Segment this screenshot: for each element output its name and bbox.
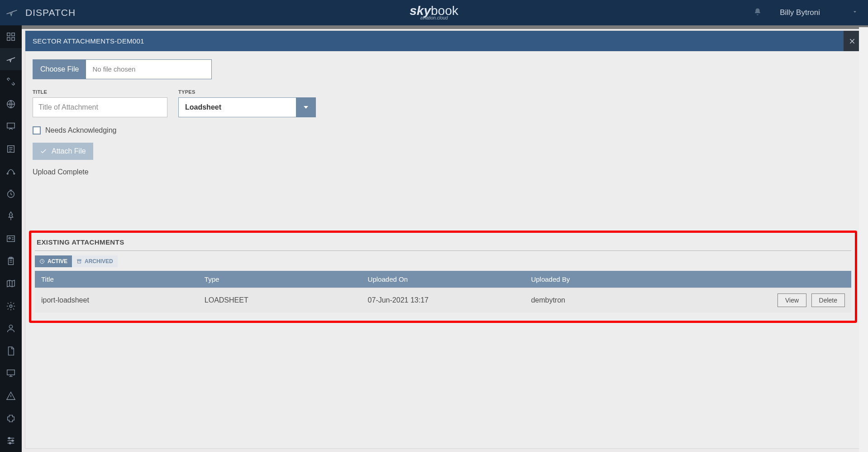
- sidebar-item-puzzle[interactable]: [0, 407, 22, 430]
- types-select-caret[interactable]: [296, 97, 316, 117]
- tab-archived[interactable]: ARCHIVED: [72, 255, 118, 267]
- chevron-down-icon: [852, 8, 858, 17]
- sidebar-item-tools[interactable]: [0, 70, 22, 93]
- archive-icon: [76, 259, 82, 264]
- field-row: TITLE TYPES Loadsheet: [33, 89, 854, 117]
- col-uploaded-on: Uploaded On: [362, 271, 525, 288]
- col-actions: [688, 271, 851, 288]
- tab-active-label: ACTIVE: [48, 258, 67, 264]
- sidebar-item-globe[interactable]: [0, 93, 22, 115]
- close-icon: [849, 38, 856, 45]
- vertical-scrollbar[interactable]: [859, 27, 868, 452]
- table-row: iport-loadsheet LOADSHEET 07-Jun-2021 13…: [35, 288, 851, 313]
- types-select[interactable]: Loadsheet: [178, 97, 316, 117]
- sidebar-item-monitor[interactable]: [0, 362, 22, 385]
- sidebar-item-route[interactable]: [0, 160, 22, 183]
- existing-attachments-title: EXISTING ATTACHMENTS: [35, 236, 851, 250]
- attachments-table-head: Title Type Uploaded On Uploaded By: [35, 271, 851, 288]
- sidebar-item-clock[interactable]: [0, 183, 22, 205]
- sidebar-item-file[interactable]: [0, 340, 22, 362]
- svg-point-7: [7, 173, 8, 174]
- left-sidebar: [0, 25, 22, 452]
- svg-rect-16: [7, 370, 15, 375]
- delete-button[interactable]: Delete: [811, 293, 845, 307]
- svg-point-17: [9, 438, 10, 439]
- brand-subtitle: aviation.cloud: [420, 15, 448, 20]
- svg-point-8: [14, 173, 15, 174]
- upload-status-text: Upload Complete: [33, 168, 854, 176]
- modal-title-id: DEM001: [117, 37, 144, 45]
- bell-icon[interactable]: [754, 8, 762, 18]
- choose-file-button[interactable]: Choose File: [33, 60, 86, 79]
- types-field-block: TYPES Loadsheet: [178, 89, 316, 117]
- sidebar-item-clipboard[interactable]: [0, 250, 22, 273]
- col-uploaded-by: Uploaded By: [525, 271, 688, 288]
- sidebar-item-settings[interactable]: [0, 295, 22, 317]
- svg-rect-0: [7, 33, 10, 36]
- svg-point-18: [12, 440, 14, 442]
- plane-icon: [5, 5, 18, 20]
- types-field-label: TYPES: [178, 89, 316, 95]
- tab-active[interactable]: ACTIVE: [35, 255, 72, 267]
- sidebar-item-dispatch[interactable]: [0, 48, 22, 71]
- caret-down-icon: [304, 106, 308, 109]
- sidebar-item-warning[interactable]: [0, 385, 22, 407]
- svg-point-14: [10, 305, 12, 308]
- close-modal-button[interactable]: [844, 31, 861, 51]
- attach-file-label: Attach File: [52, 147, 86, 155]
- needs-ack-label: Needs Acknowledging: [45, 126, 116, 135]
- brand: skybook aviation.cloud: [410, 5, 458, 20]
- chosen-file-text: No file chosen: [86, 60, 211, 79]
- sidebar-item-idcard[interactable]: [0, 227, 22, 250]
- user-menu[interactable]: Billy Bytroni: [780, 8, 858, 17]
- tab-archived-label: ARCHIVED: [85, 258, 113, 264]
- existing-attachments-section: EXISTING ATTACHMENTS ACTIVE ARCHIVED Tit…: [29, 231, 857, 323]
- top-bar-left: DISPATCH: [0, 5, 76, 20]
- title-input[interactable]: [33, 97, 167, 117]
- types-select-value: Loadsheet: [178, 97, 296, 117]
- section-divider: [35, 250, 851, 251]
- clock-icon: [39, 259, 45, 264]
- attachment-tabs: ACTIVE ARCHIVED: [35, 255, 851, 267]
- top-bar-right: Billy Bytroni: [754, 8, 868, 18]
- file-chooser: Choose File No file chosen: [33, 59, 212, 79]
- svg-point-11: [9, 237, 10, 239]
- user-name: Billy Bytroni: [780, 8, 820, 17]
- svg-rect-10: [7, 236, 15, 242]
- sidebar-item-map[interactable]: [0, 272, 22, 295]
- modal-title-prefix: SECTOR ATTACHMENTS: [33, 37, 114, 45]
- title-field-label: TITLE: [33, 89, 167, 95]
- svg-rect-2: [7, 38, 10, 40]
- col-title: Title: [35, 271, 198, 288]
- svg-point-19: [9, 442, 11, 444]
- sidebar-item-presentation[interactable]: [0, 115, 22, 138]
- cell-title: iport-loadsheet: [35, 288, 198, 313]
- svg-rect-5: [7, 123, 15, 128]
- brand-name: skybook: [410, 5, 458, 16]
- attach-file-button[interactable]: Attach File: [33, 143, 93, 160]
- sidebar-item-sliders[interactable]: [0, 429, 22, 452]
- top-bar: DISPATCH skybook aviation.cloud Billy By…: [0, 0, 868, 25]
- cell-actions: View Delete: [688, 288, 851, 313]
- sidebar-item-list[interactable]: [0, 138, 22, 160]
- modal-header: SECTOR ATTACHMENTS - DEM001: [25, 31, 861, 51]
- needs-ack-checkbox[interactable]: [33, 126, 41, 135]
- check-icon: [40, 148, 47, 155]
- sidebar-item-grid[interactable]: [0, 25, 22, 48]
- title-field-block: TITLE: [33, 89, 167, 117]
- attachments-table-body: iport-loadsheet LOADSHEET 07-Jun-2021 13…: [35, 288, 851, 313]
- needs-ack-row: Needs Acknowledging: [33, 126, 854, 135]
- svg-rect-3: [12, 38, 14, 40]
- attachments-table: Title Type Uploaded On Uploaded By iport…: [35, 271, 851, 313]
- view-button[interactable]: View: [777, 293, 806, 307]
- page-title: DISPATCH: [25, 7, 76, 18]
- background-shade: [22, 25, 868, 29]
- sector-attachments-modal: SECTOR ATTACHMENTS - DEM001 Choose File …: [25, 31, 861, 448]
- modal-body: Choose File No file chosen TITLE TYPES L…: [25, 51, 861, 330]
- sidebar-item-user[interactable]: [0, 317, 22, 340]
- svg-point-15: [9, 325, 12, 328]
- cell-type: LOADSHEET: [198, 288, 362, 313]
- col-type: Type: [198, 271, 362, 288]
- sidebar-item-pin[interactable]: [0, 205, 22, 228]
- svg-rect-1: [12, 33, 14, 36]
